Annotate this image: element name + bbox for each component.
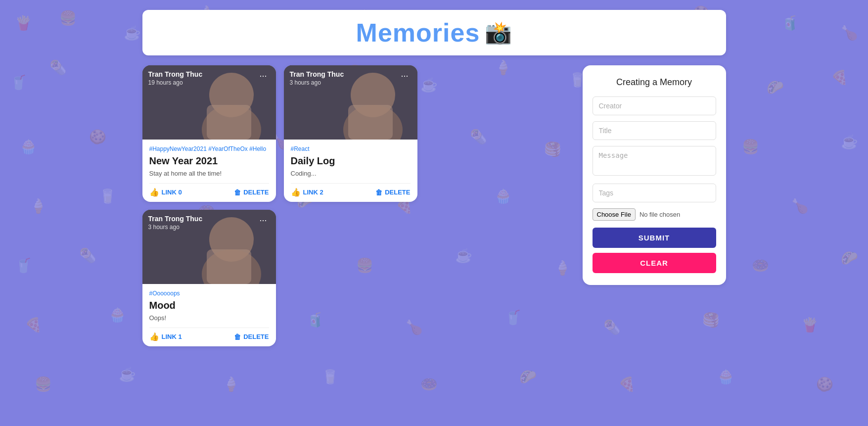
clear-button[interactable]: CLEAR xyxy=(593,253,716,273)
card-image-wrapper-1: Tran Trong Thuc 3 hours ago ··· xyxy=(284,65,417,140)
card-image-wrapper-0: Tran Trong Thuc 19 hours ago ··· xyxy=(142,65,276,140)
card-author-1: Tran Trong Thuc xyxy=(290,70,344,78)
card-link-label-1: LINK 2 xyxy=(303,189,323,196)
card-delete-label-0: DELETE xyxy=(243,189,269,196)
card-message-1: Coding... xyxy=(291,170,411,177)
trash-icon-0: 🗑 xyxy=(234,189,241,196)
card-title-0: New Year 2021 xyxy=(149,155,269,167)
svg-rect-9 xyxy=(348,105,393,140)
memory-card-2: Tran Trong Thuc 3 hours ago ··· #Oooooop… xyxy=(142,210,276,346)
card-body-2: #Oooooops Mood Oops! 👍 LINK 1 🗑 DELETE xyxy=(142,284,276,346)
trash-icon-2: 🗑 xyxy=(234,333,241,341)
card-link-label-2: LINK 1 xyxy=(162,333,182,340)
app-header: Memories 📸 xyxy=(142,10,726,55)
card-tags-2: #Oooooops xyxy=(149,290,269,297)
create-memory-form: Creating a Memory Choose File No file ch… xyxy=(583,65,726,285)
card-tags-1: #React xyxy=(291,145,411,152)
card-message-2: Oops! xyxy=(149,314,269,322)
tags-input[interactable] xyxy=(593,184,716,202)
card-delete-button-1[interactable]: 🗑 DELETE xyxy=(375,189,410,196)
svg-rect-4 xyxy=(207,105,251,140)
card-header-0: Tran Trong Thuc 19 hours ago ··· xyxy=(142,65,276,91)
card-message-0: Stay at home all the time! xyxy=(149,170,269,177)
cards-area: Tran Trong Thuc 19 hours ago ··· #HappyN… xyxy=(142,65,573,346)
card-menu-button-1[interactable]: ··· xyxy=(398,70,411,81)
app-title: Memories xyxy=(356,18,480,47)
card-author-2: Tran Trong Thuc xyxy=(148,215,203,223)
header-emoji: 📸 xyxy=(485,20,512,46)
card-delete-button-0[interactable]: 🗑 DELETE xyxy=(234,189,269,196)
card-actions-0: 👍 LINK 0 🗑 DELETE xyxy=(149,183,269,197)
card-header-2: Tran Trong Thuc 3 hours ago ··· xyxy=(142,210,276,236)
form-title: Creating a Memory xyxy=(593,77,716,88)
no-file-label: No file chosen xyxy=(640,211,680,218)
thumb-icon-1: 👍 xyxy=(291,188,301,197)
main-content: Tran Trong Thuc 19 hours ago ··· #HappyN… xyxy=(142,65,726,346)
card-link-button-2[interactable]: 👍 LINK 1 xyxy=(149,332,182,341)
title-input[interactable] xyxy=(593,121,716,140)
card-body-1: #React Daily Log Coding... 👍 LINK 2 🗑 DE… xyxy=(284,140,417,202)
card-author-block-0: Tran Trong Thuc 19 hours ago xyxy=(148,70,203,86)
card-time-0: 19 hours ago xyxy=(148,79,203,86)
cards-row-2: Tran Trong Thuc 3 hours ago ··· #Oooooop… xyxy=(142,210,573,346)
submit-button[interactable]: SUBMIT xyxy=(593,228,716,248)
card-actions-2: 👍 LINK 1 🗑 DELETE xyxy=(149,328,269,341)
creator-input[interactable] xyxy=(593,96,716,115)
memory-card-0: Tran Trong Thuc 19 hours ago ··· #HappyN… xyxy=(142,65,276,202)
file-upload-row: Choose File No file chosen xyxy=(593,208,716,221)
card-delete-label-2: DELETE xyxy=(243,333,269,340)
card-link-button-0[interactable]: 👍 LINK 0 xyxy=(149,188,182,197)
cards-row-1: Tran Trong Thuc 19 hours ago ··· #HappyN… xyxy=(142,65,573,202)
card-author-0: Tran Trong Thuc xyxy=(148,70,203,78)
card-author-block-2: Tran Trong Thuc 3 hours ago xyxy=(148,215,203,231)
card-delete-label-1: DELETE xyxy=(385,189,410,196)
card-time-1: 3 hours ago xyxy=(290,79,344,86)
message-input[interactable] xyxy=(593,146,716,176)
card-header-1: Tran Trong Thuc 3 hours ago ··· xyxy=(284,65,417,91)
card-title-2: Mood xyxy=(149,300,269,311)
card-delete-button-2[interactable]: 🗑 DELETE xyxy=(234,333,269,341)
trash-icon-1: 🗑 xyxy=(375,189,382,196)
card-menu-button-0[interactable]: ··· xyxy=(256,70,270,81)
choose-file-button[interactable]: Choose File xyxy=(593,208,636,221)
card-body-0: #HappyNewYear2021 #YearOfTheOx #Hello Ne… xyxy=(142,140,276,202)
card-image-wrapper-2: Tran Trong Thuc 3 hours ago ··· xyxy=(142,210,276,284)
svg-rect-14 xyxy=(207,249,251,284)
page: Memories 📸 xyxy=(0,0,868,426)
card-menu-button-2[interactable]: ··· xyxy=(256,215,270,226)
card-time-2: 3 hours ago xyxy=(148,224,203,231)
thumb-icon-0: 👍 xyxy=(149,188,159,197)
card-title-1: Daily Log xyxy=(291,155,411,167)
card-link-button-1[interactable]: 👍 LINK 2 xyxy=(291,188,323,197)
card-tags-0: #HappyNewYear2021 #YearOfTheOx #Hello xyxy=(149,145,269,152)
card-link-label-0: LINK 0 xyxy=(162,189,182,196)
card-actions-1: 👍 LINK 2 🗑 DELETE xyxy=(291,183,411,197)
memory-card-1: Tran Trong Thuc 3 hours ago ··· #React D… xyxy=(284,65,417,202)
thumb-icon-2: 👍 xyxy=(149,332,159,341)
card-author-block-1: Tran Trong Thuc 3 hours ago xyxy=(290,70,344,86)
